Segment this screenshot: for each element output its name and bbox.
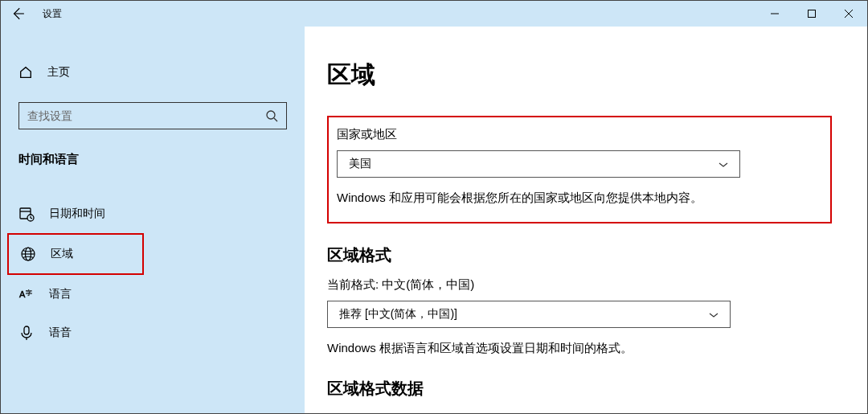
page-title: 区域 [327,59,832,92]
svg-text:A: A [19,289,26,299]
format-desc: Windows 根据语言和区域首选项设置日期和时间的格式。 [327,339,832,358]
sidebar-item-label: 区域 [51,247,73,261]
country-label: 国家或地区 [337,127,811,142]
format-dropdown[interactable]: 推荐 [中文(简体，中国)] [327,301,731,328]
chevron-down-icon [709,308,719,321]
svg-text:字: 字 [26,289,32,297]
search-field[interactable] [27,109,265,122]
svg-line-11 [31,218,32,219]
sidebar-item-label: 日期和时间 [49,207,105,221]
language-icon: A 字 [18,286,35,302]
svg-line-6 [274,118,277,121]
home-icon [18,65,33,80]
sidebar-item-datetime[interactable]: 日期和时间 [1,195,305,233]
svg-rect-17 [24,326,29,334]
minimize-button[interactable] [756,1,793,27]
back-button[interactable] [10,6,25,21]
globe-icon [20,246,36,262]
close-button[interactable] [830,1,867,27]
format-section: 区域格式 当前格式: 中文(简体，中国) 推荐 [中文(简体，中国)] Wind… [327,244,832,358]
country-dropdown[interactable]: 美国 [337,150,740,178]
window-title: 设置 [43,7,62,21]
format-value: 推荐 [中文(简体，中国)] [339,307,457,322]
format-current: 当前格式: 中文(简体，中国) [327,277,832,293]
chevron-down-icon [719,158,728,170]
sidebar-category: 时间和语言 [1,152,305,167]
country-value: 美国 [349,157,371,171]
sidebar-item-region[interactable]: 区域 [7,233,144,275]
data-desc: 选择"更改数据格式"以在地区所支持的日历、日期和时间格式之间切换。 [327,411,832,413]
sidebar-item-language[interactable]: A 字 语言 [1,275,305,314]
main-content: 区域 国家或地区 美国 Windows 和应用可能会根据您所在的国家或地区向您提… [305,27,867,413]
data-section: 区域格式数据 选择"更改数据格式"以在地区所支持的日历、日期和时间格式之间切换。 [327,378,832,413]
home-nav[interactable]: 主页 [1,59,305,86]
country-desc: Windows 和应用可能会根据您所在的国家或地区向您提供本地内容。 [337,189,811,207]
titlebar: 设置 [1,1,867,27]
search-icon [265,109,278,122]
data-heading: 区域格式数据 [327,378,832,400]
search-input[interactable] [18,102,287,129]
sidebar: 主页 时间和语言 [1,27,305,413]
format-heading: 区域格式 [327,244,832,266]
sidebar-item-label: 语言 [49,287,72,301]
svg-point-5 [267,111,275,119]
home-label: 主页 [47,65,70,80]
svg-rect-2 [809,10,816,18]
calendar-clock-icon [18,206,35,222]
microphone-icon [18,325,35,341]
maximize-button[interactable] [793,1,830,27]
country-section: 国家或地区 美国 Windows 和应用可能会根据您所在的国家或地区向您提供本地… [327,116,832,223]
sidebar-item-speech[interactable]: 语音 [1,314,305,352]
sidebar-item-label: 语音 [49,326,72,340]
